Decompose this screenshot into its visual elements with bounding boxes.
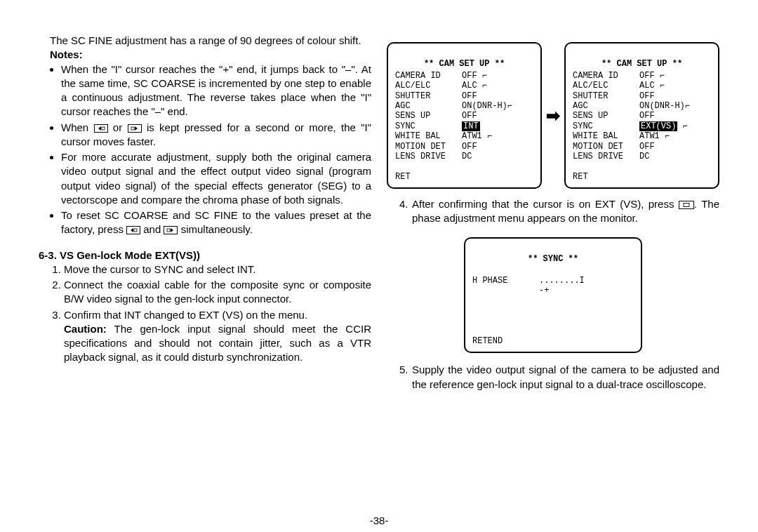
- notes-item-3: For more accurate adjustment, supply bot…: [61, 150, 371, 207]
- set-button-icon: [679, 201, 694, 209]
- osd-cam-setup-left: ** CAM SET UP **CAMERA IDOFF ⌐ALC/ELCALC…: [387, 42, 542, 189]
- svg-rect-1: [102, 127, 105, 130]
- left-column: The SC FINE adjustment has a range of 90…: [39, 34, 371, 532]
- osd-sync-menu: ** SYNC ** H PHASE........I- + RET END: [464, 237, 642, 354]
- step-5: 5.Supply the video output signal of the …: [387, 363, 719, 392]
- notes-item-4: To reset SC COARSE and SC FINE to the va…: [61, 208, 371, 237]
- notes-label: Notes:: [39, 48, 371, 62]
- caution-text: The gen-lock input signal should meet th…: [64, 323, 371, 364]
- step-1: Move the cursor to SYNC and select INT.: [64, 262, 371, 277]
- step-2: Connect the coaxial cable for the compos…: [64, 278, 371, 307]
- svg-rect-9: [684, 204, 689, 207]
- right-button-icon: [128, 124, 142, 133]
- svg-rect-8: [679, 201, 693, 209]
- right-column: ** CAM SET UP **CAMERA IDOFF ⌐ALC/ELCALC…: [387, 34, 719, 532]
- step-4: 4.After confirming that the cursor is on…: [387, 197, 719, 226]
- arrow-right-icon: ➡: [546, 107, 560, 124]
- sc-fine-intro: The SC FINE adjustment has a range of 90…: [39, 34, 371, 48]
- osd-cam-setup-right: ** CAM SET UP **CAMERA IDOFF ⌐ALC/ELCALC…: [564, 42, 719, 189]
- section-6-3-title: 6-3. VS Gen-lock Mode EXT(VS)): [39, 248, 371, 262]
- notes-list: When the "I" cursor reaches the "+" end,…: [39, 62, 371, 239]
- step-3: Confirm that INT changed to EXT (VS) on …: [64, 308, 371, 365]
- notes-item-1: When the "I" cursor reaches the "+" end,…: [61, 62, 371, 119]
- steps-list: Move the cursor to SYNC and select INT. …: [39, 262, 371, 366]
- page-number: -38-: [0, 514, 758, 528]
- cam-setup-menus: ** CAM SET UP **CAMERA IDOFF ⌐ALC/ELCALC…: [387, 42, 719, 189]
- svg-rect-7: [167, 229, 170, 232]
- svg-rect-5: [134, 229, 137, 232]
- left-button-icon: [126, 226, 140, 234]
- notes-item-2: When or is kept pressed for a second or …: [61, 121, 371, 149]
- caution-label: Caution:: [64, 323, 107, 335]
- left-button-icon: [94, 124, 108, 133]
- right-button-icon: [164, 226, 178, 234]
- svg-rect-3: [131, 127, 134, 130]
